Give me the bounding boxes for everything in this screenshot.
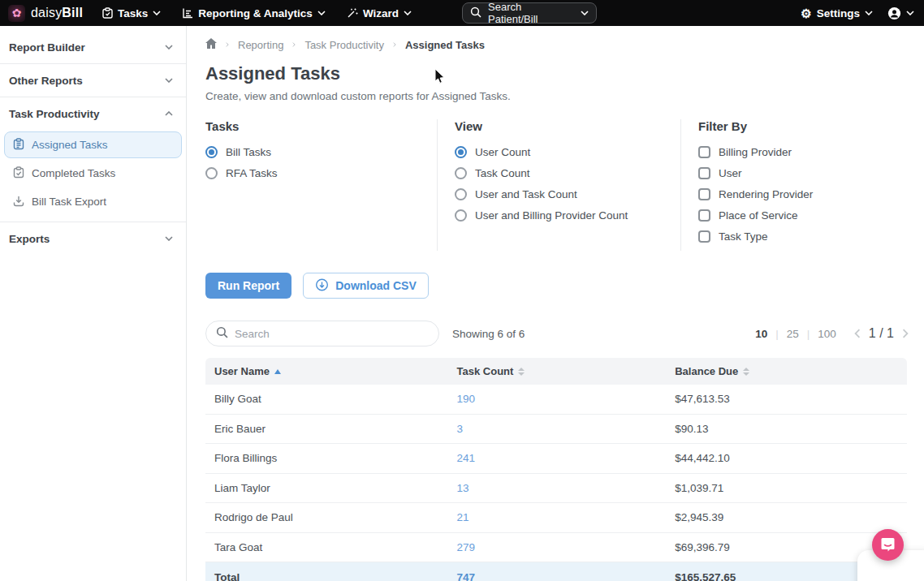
settings-label: Settings: [817, 7, 860, 19]
chevron-down-icon: [581, 11, 589, 15]
page-size-100[interactable]: 100: [818, 328, 836, 340]
sidebar-item-label: Bill Task Export: [32, 196, 106, 208]
sidebar-section-other-reports[interactable]: Other Reports: [0, 64, 186, 97]
clipboard-icon: [102, 7, 113, 19]
settings-menu[interactable]: ⚙ Settings: [801, 7, 873, 19]
page-size-10[interactable]: 10: [755, 328, 767, 340]
breadcrumb-task-productivity[interactable]: Task Productivity: [304, 39, 384, 51]
sidebar-section-task-productivity[interactable]: Task Productivity: [0, 97, 186, 130]
brand-home-link[interactable]: ✿ daisyBill: [8, 5, 83, 22]
sidebar-section-exports[interactable]: Exports: [0, 222, 186, 255]
table-search[interactable]: [205, 321, 439, 346]
radio-task-count[interactable]: Task Count: [455, 166, 664, 179]
radio-unselected-icon: [205, 167, 218, 179]
nav-reporting-label: Reporting & Analytics: [198, 7, 313, 19]
chevron-right-icon: [391, 42, 399, 47]
action-buttons: Run Report Download CSV: [205, 273, 909, 299]
balance-due-cell: $2,945.39: [675, 511, 907, 523]
checkbox-task-type[interactable]: Task Type: [698, 230, 892, 243]
chevron-down-icon: [165, 236, 173, 241]
task-count-link[interactable]: 3: [457, 423, 676, 435]
home-icon[interactable]: [205, 38, 217, 51]
checkbox-label: Billing Provider: [719, 146, 792, 158]
nav-tasks-menu[interactable]: Tasks: [102, 7, 161, 19]
user-name-cell: Flora Billings: [214, 452, 457, 464]
chevron-down-icon: [404, 11, 412, 15]
nav-wizard-menu[interactable]: Wizard: [347, 7, 412, 19]
separator: |: [775, 328, 779, 340]
run-report-button[interactable]: Run Report: [205, 273, 291, 299]
column-header-balance-due[interactable]: Balance Due: [675, 365, 907, 377]
radio-rfa-tasks[interactable]: RFA Tasks: [205, 166, 421, 179]
table-toolbar: Showing 6 of 6 10 | 25 | 100 1 / 1: [205, 321, 909, 346]
column-header-task-count[interactable]: Task Count: [457, 365, 676, 377]
table-search-input[interactable]: [235, 328, 429, 340]
view-option-group: View User Count Task Count User and Task…: [437, 119, 680, 251]
radio-label: RFA Tasks: [226, 167, 278, 179]
patient-bill-search-button[interactable]: Search Patient/Bill: [462, 2, 597, 24]
chevron-down-icon: [153, 11, 161, 15]
task-count-link[interactable]: 21: [457, 511, 676, 523]
table-row: Flora Billings 241 $44,442.10: [205, 444, 907, 474]
radio-unselected-icon: [455, 209, 467, 222]
radio-label: User and Task Count: [475, 188, 577, 200]
breadcrumb-reporting[interactable]: Reporting: [238, 39, 283, 51]
search-label: Search Patient/Bill: [488, 1, 574, 25]
page-size-selector: 10 | 25 | 100: [755, 328, 836, 340]
balance-due-cell: $44,442.10: [675, 452, 907, 464]
task-count-link[interactable]: 13: [457, 482, 676, 494]
filter-by-group: Filter By Billing Provider User Renderin…: [680, 119, 909, 251]
radio-user-count[interactable]: User Count: [455, 145, 664, 158]
previous-page-button[interactable]: [854, 329, 861, 338]
sort-ascending-icon: [274, 369, 281, 374]
main-nav: Tasks Reporting & Analytics Wizard: [102, 7, 412, 19]
chevron-down-icon: [865, 11, 873, 15]
user-avatar-icon: [887, 6, 901, 20]
balance-due-cell: $1,039.71: [675, 482, 907, 494]
checkbox-rendering-provider[interactable]: Rendering Provider: [698, 187, 892, 200]
table-row: Billy Goat 190 $47,613.53: [205, 385, 907, 415]
chat-launcher-button[interactable]: [872, 529, 904, 561]
sidebar-item-completed-tasks[interactable]: Completed Tasks: [4, 160, 182, 187]
radio-user-and-task-count[interactable]: User and Task Count: [455, 187, 664, 200]
nav-reporting-analytics-menu[interactable]: Reporting & Analytics: [182, 7, 326, 19]
checkbox-billing-provider[interactable]: Billing Provider: [698, 145, 892, 158]
column-label: User Name: [214, 365, 270, 377]
table-row: Tara Goat 279 $69,396.79: [205, 533, 907, 563]
chevron-right-icon: [290, 42, 298, 47]
tasks-option-group: Tasks Bill Tasks RFA Tasks: [205, 119, 437, 251]
section-label: Task Productivity: [9, 108, 100, 120]
column-label: Task Count: [457, 365, 514, 377]
checkbox-label: User: [719, 167, 742, 179]
radio-selected-icon: [455, 146, 467, 158]
sidebar-item-assigned-tasks[interactable]: Assigned Tasks: [4, 131, 182, 158]
navbar-right: ⚙ Settings: [801, 6, 914, 20]
radio-label: Bill Tasks: [226, 146, 271, 158]
section-label: Report Builder: [9, 41, 85, 54]
table-row: Eric Bauer 3 $90.13: [205, 415, 907, 445]
filter-by-heading: Filter By: [698, 119, 892, 133]
chat-bubble-icon: [880, 536, 896, 554]
breadcrumb: Reporting Task Productivity Assigned Tas…: [205, 38, 909, 51]
column-header-user-name[interactable]: User Name: [214, 365, 457, 377]
user-name-cell: Rodrigo de Paul: [214, 511, 457, 523]
checkbox-user[interactable]: User: [698, 166, 892, 179]
sidebar-section-report-builder[interactable]: Report Builder: [0, 31, 186, 63]
account-menu[interactable]: [887, 6, 914, 20]
total-task-count-link[interactable]: 747: [457, 571, 676, 581]
checkbox-icon: [698, 230, 710, 243]
checkbox-icon: [698, 188, 710, 200]
sidebar-item-bill-task-export[interactable]: Bill Task Export: [4, 188, 182, 215]
sort-icon: [743, 368, 749, 376]
task-count-link[interactable]: 279: [457, 541, 676, 553]
download-tray-icon: [13, 195, 24, 209]
checkbox-place-of-service[interactable]: Place of Service: [698, 209, 892, 222]
task-count-link[interactable]: 190: [457, 393, 676, 405]
next-page-button[interactable]: [902, 329, 909, 338]
page-size-25[interactable]: 25: [787, 328, 799, 340]
download-csv-button[interactable]: Download CSV: [303, 273, 429, 299]
task-count-link[interactable]: 241: [457, 452, 676, 464]
radio-user-and-billing-provider-count[interactable]: User and Billing Provider Count: [455, 209, 664, 222]
radio-bill-tasks[interactable]: Bill Tasks: [205, 145, 421, 158]
chevron-down-icon: [317, 11, 326, 15]
